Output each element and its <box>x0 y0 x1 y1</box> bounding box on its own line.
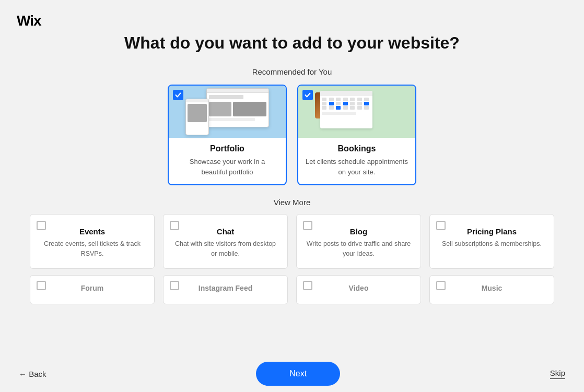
video-checkbox[interactable] <box>303 281 312 290</box>
card-events[interactable]: Events Create events, sell tickets & tra… <box>30 214 155 269</box>
mock-browser <box>206 88 269 127</box>
recommended-label: Recommended for You <box>252 67 332 76</box>
feature-cards-row1: Events Create events, sell tickets & tra… <box>26 214 558 269</box>
blog-checkbox[interactable] <box>303 221 312 230</box>
view-more-label: View More <box>274 198 311 207</box>
bookings-card-body: Bookings Let clients schedule appointmen… <box>298 138 415 184</box>
events-checkbox[interactable] <box>37 221 46 230</box>
card-bookings[interactable]: Bookings Let clients schedule appointmen… <box>297 85 416 185</box>
portfolio-checkbox[interactable] <box>173 90 183 100</box>
feature-cards-row2: Forum Instagram Feed Video Music <box>26 275 558 304</box>
pricing-desc: Sell subscriptions & memberships. <box>438 239 545 249</box>
main-content: What do you want to add to your website?… <box>0 0 584 304</box>
pricing-checkbox[interactable] <box>436 221 446 230</box>
events-desc: Create events, sell tickets & track RSVP… <box>39 239 146 259</box>
card-chat[interactable]: Chat Chat with site visitors from deskto… <box>163 214 288 269</box>
portfolio-image <box>169 86 286 138</box>
booking-panel <box>320 91 372 128</box>
card-blog[interactable]: Blog Write posts to drive traffic and sh… <box>296 214 421 269</box>
portfolio-card-body: Portfolio Showcase your work in a beauti… <box>169 138 286 184</box>
portfolio-title: Portfolio <box>176 144 278 153</box>
music-title: Music <box>438 284 545 292</box>
chat-title: Chat <box>172 227 279 236</box>
bookings-title: Bookings <box>306 144 408 153</box>
card-video[interactable]: Video <box>296 275 421 304</box>
card-pricing-plans[interactable]: Pricing Plans Sell subscriptions & membe… <box>429 214 554 269</box>
music-checkbox[interactable] <box>436 281 446 290</box>
chat-desc: Chat with site visitors from desktop or … <box>172 239 279 259</box>
wix-logo: Wix <box>17 13 41 29</box>
forum-checkbox[interactable] <box>37 281 46 290</box>
video-title: Video <box>305 284 412 292</box>
pricing-title: Pricing Plans <box>438 227 545 236</box>
blog-desc: Write posts to drive traffic and share y… <box>305 239 412 259</box>
check-icon <box>175 92 181 98</box>
bookings-image <box>298 86 415 138</box>
skip-button[interactable]: Skip <box>550 369 565 379</box>
bottom-bar: ← Back Next Skip <box>0 355 584 392</box>
page-title: What do you want to add to your website? <box>124 33 460 53</box>
instagram-title: Instagram Feed <box>172 284 279 292</box>
check-icon-bookings <box>305 92 311 98</box>
events-title: Events <box>39 227 146 236</box>
back-button[interactable]: ← Back <box>19 370 46 378</box>
recommended-cards-container: Portfolio Showcase your work in a beauti… <box>168 85 416 185</box>
card-instagram-feed[interactable]: Instagram Feed <box>163 275 288 304</box>
chat-checkbox[interactable] <box>170 221 179 230</box>
forum-title: Forum <box>39 284 146 292</box>
blog-title: Blog <box>305 227 412 236</box>
bookings-desc: Let clients schedule appointments on you… <box>306 157 408 177</box>
mock-phone <box>185 99 209 135</box>
portfolio-desc: Showcase your work in a beautiful portfo… <box>176 157 278 177</box>
card-portfolio[interactable]: Portfolio Showcase your work in a beauti… <box>168 85 287 185</box>
portfolio-mockup <box>185 88 269 135</box>
bookings-checkbox[interactable] <box>302 90 313 100</box>
card-music[interactable]: Music <box>429 275 554 304</box>
bookings-mockup <box>315 88 399 135</box>
instagram-checkbox[interactable] <box>170 281 179 290</box>
next-button[interactable]: Next <box>256 362 340 386</box>
card-forum[interactable]: Forum <box>30 275 155 304</box>
